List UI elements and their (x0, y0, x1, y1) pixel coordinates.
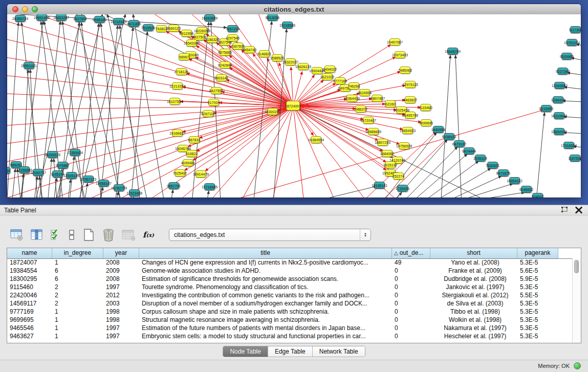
delete-rows-trash-icon[interactable] (102, 228, 115, 242)
graph-node[interactable]: 16782759 (114, 184, 124, 191)
graph-node[interactable]: 16495798 (405, 112, 416, 119)
graph-node[interactable]: 10654112 (509, 177, 520, 184)
table-row[interactable]: 977716911998Corpus callosum shape and si… (7, 308, 573, 316)
column-header-year[interactable]: year (103, 248, 139, 258)
graph-node[interactable]: 20206576 (47, 151, 58, 158)
graph-node[interactable]: 1297546 (227, 34, 238, 41)
graph-node[interactable]: 9245652 (521, 186, 532, 193)
graph-node[interactable]: 7857224 (227, 25, 238, 32)
graph-node[interactable]: 16210643 (554, 112, 564, 119)
graph-node[interactable]: 12042757 (33, 169, 43, 176)
graph-node[interactable]: 9529966 (561, 53, 572, 60)
graph-node[interactable]: 1117304 (570, 26, 581, 33)
table-row[interactable]: 1938455462009Genome-wide association stu… (7, 267, 573, 275)
graph-node[interactable]: 1615132 (385, 161, 396, 168)
graph-node[interactable]: 1588520 (272, 54, 282, 61)
graph-node[interactable]: 9875685 (220, 49, 230, 56)
graph-node[interactable]: 1733426 (397, 185, 408, 192)
column-header-in_degree[interactable]: in_degree (52, 248, 103, 258)
graph-node[interactable]: 1527602 (75, 15, 85, 22)
graph-node[interactable]: 8215955 (541, 105, 552, 112)
graph-node[interactable]: 10688609 (368, 128, 379, 135)
table-row[interactable]: 1456911722003Disruption of a novel membe… (7, 299, 573, 308)
graph-node[interactable]: 9857791 (168, 182, 179, 189)
graph-node[interactable]: 1244413 (553, 96, 563, 103)
graph-node[interactable]: 2367608 (232, 42, 243, 50)
graph-node[interactable]: 8454743 (244, 46, 255, 53)
graph-node[interactable]: 39154 (7, 167, 10, 174)
graph-node[interactable]: 8267110 (203, 110, 213, 117)
new-table-icon[interactable] (82, 228, 95, 242)
graph-node[interactable]: 7632621 (487, 162, 498, 169)
graph-node[interactable]: 18807293 (377, 139, 388, 146)
graph-node[interactable]: 98967 (179, 53, 189, 60)
table-row[interactable]: 1872400712008Changes of HCN gene express… (7, 258, 573, 267)
graph-node[interactable]: 4099481 (183, 159, 193, 166)
graph-node[interactable]: 1440954 (433, 126, 444, 133)
tab-network-table[interactable]: Network Table (313, 346, 365, 357)
graph-node[interactable]: 4671358 (128, 20, 139, 27)
select-columns-icon[interactable] (50, 229, 61, 241)
graph-node[interactable]: 19218586 (282, 21, 293, 29)
table-row[interactable]: 911546021997Tourette syndrome. Phenomeno… (7, 283, 573, 291)
graph-node[interactable]: 24355724 (15, 15, 26, 22)
graph-node[interactable]: 10497967 (389, 38, 400, 46)
graph-node[interactable]: 16914479 (195, 170, 206, 178)
graph-node[interactable]: 9115460 (420, 104, 431, 111)
graph-node[interactable]: 9660123 (168, 25, 179, 32)
column-header-short[interactable]: short (430, 248, 517, 258)
graph-node[interactable]: 12156889 (19, 166, 30, 173)
graph-node[interactable]: 10807487 (372, 95, 382, 102)
graph-node[interactable]: 1145194 (52, 170, 63, 178)
tab-edge-table[interactable]: Edge Table (268, 346, 313, 357)
graph-node[interactable]: 16543382 (186, 39, 197, 47)
graph-node[interactable]: 15751074 (567, 39, 577, 46)
graph-node[interactable]: 9463627 (405, 96, 416, 103)
function-builder-icon[interactable]: f(x) (143, 230, 154, 239)
graph-node[interactable]: 9474444 (464, 147, 474, 155)
graph-node[interactable]: 12093582 (554, 82, 565, 89)
graph-node[interactable]: 16033809 (204, 14, 215, 21)
graph-node[interactable]: 12505135 (66, 172, 77, 179)
graph-node[interactable]: 887833 (189, 136, 200, 143)
graph-node[interactable]: 8912954 (181, 30, 192, 37)
network-canvas[interactable]: 2435572420691406106532871527602646616010… (7, 14, 581, 198)
graph-node[interactable]: 6479197 (454, 140, 465, 147)
graph-node[interactable]: 19958107 (98, 180, 109, 187)
graph-node[interactable]: 9227343 (557, 68, 568, 75)
graph-node[interactable]: 2803144 (216, 74, 227, 81)
scrollbar-thumb[interactable] (574, 260, 579, 273)
table-row[interactable]: 2242004622012Investigating the contribut… (7, 291, 573, 299)
graph-node[interactable]: 763822 (156, 25, 167, 32)
table-vertical-scrollbar[interactable] (572, 258, 581, 343)
graph-node[interactable]: 12975115 (405, 81, 416, 88)
graph-node[interactable]: 18107554 (169, 98, 180, 105)
graph-node[interactable]: 18300295 (267, 108, 278, 115)
graph-node[interactable]: 17957223 (83, 176, 94, 183)
graph-node[interactable]: 3624554 (359, 89, 370, 96)
graph-node[interactable]: 20691406 (36, 14, 47, 21)
graph-node[interactable]: 10653287 (56, 14, 67, 21)
graph-node[interactable]: 62160 (385, 100, 396, 107)
graph-node[interactable]: 15692971 (554, 128, 564, 135)
graph-node[interactable]: 7515526 (143, 24, 154, 31)
graph-node[interactable]: 15718485 (204, 183, 215, 190)
table-row[interactable]: 946362711997Embryonic stem cells: a mode… (7, 332, 573, 340)
graph-node[interactable]: 16648784 (447, 48, 458, 55)
graph-node[interactable]: 746266 (349, 82, 359, 90)
graph-node[interactable]: 9975887 (57, 162, 68, 169)
table-selector-dropdown[interactable]: citations_edges.txt ▲▼ (169, 229, 371, 241)
graph-node[interactable]: 8427552 (211, 87, 222, 94)
graph-node[interactable]: 5938923 (444, 133, 454, 140)
graph-node[interactable]: 7485063 (400, 67, 410, 74)
graph-node[interactable]: 10719185 (113, 18, 124, 25)
graph-node[interactable]: 15720407 (363, 117, 374, 124)
delete-table-icon[interactable] (122, 229, 136, 241)
graph-node[interactable]: 924502 (532, 193, 543, 198)
graph-node[interactable]: 20364436 (346, 95, 357, 102)
graph-node[interactable]: 7625402 (175, 169, 185, 177)
graph-node[interactable]: 19384554 (311, 136, 321, 143)
graph-node[interactable]: 252274 (393, 172, 404, 180)
add-column-icon[interactable] (30, 229, 43, 241)
table-row[interactable]: 969969511998Structural magnetic resonanc… (7, 316, 573, 324)
